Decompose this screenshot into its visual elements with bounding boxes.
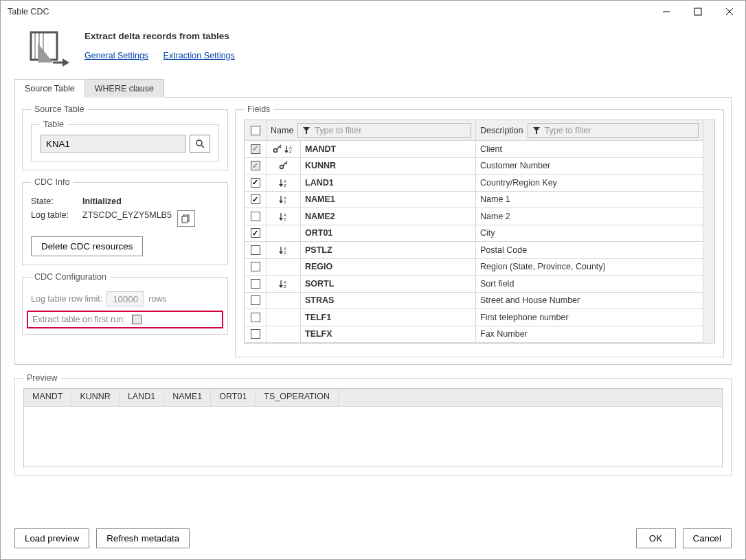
field-icons [267,158,301,175]
cdc-config-fieldset: CDC Configuration Log table row limit: r… [22,272,228,335]
field-row[interactable]: ORT01City [245,225,703,243]
filter-icon [302,126,310,135]
scrollbar[interactable] [703,120,714,343]
copy-icon [181,214,190,223]
ok-button[interactable]: OK [636,528,676,548]
svg-marker-32 [279,201,283,203]
preview-column[interactable]: MANDT [24,389,71,406]
search-button[interactable] [190,135,210,153]
extract-first-checkbox[interactable] [132,315,142,324]
svg-marker-40 [279,251,283,254]
cdc-config-legend: CDC Configuration [31,272,110,282]
field-row[interactable]: AZNAME1Name 1 [245,192,703,209]
field-icons [267,225,301,242]
svg-text:Z: Z [284,217,286,221]
sort-icon: AZ [278,279,289,289]
select-all-checkbox[interactable] [251,126,260,135]
tab-where-clause[interactable]: WHERE clause [84,79,164,98]
field-checkbox[interactable] [251,194,260,204]
close-button[interactable] [714,1,745,23]
field-name: NAME1 [301,192,476,208]
field-checkbox[interactable] [251,262,260,271]
field-name: TELF1 [301,309,476,326]
field-desc: Fax Number [476,326,703,343]
link-general-settings[interactable]: General Settings [84,51,148,60]
svg-marker-44 [279,285,283,288]
svg-line-26 [286,163,287,164]
minimize-button[interactable] [651,1,682,23]
header-title: Extract delta records from tables [84,31,247,41]
name-filter-placeholder: Type to filter [315,126,361,135]
field-checkbox[interactable] [251,228,260,238]
field-checkbox[interactable] [251,212,260,221]
field-row[interactable]: AZSORTLSort field [245,276,703,293]
svg-line-12 [201,145,204,148]
svg-marker-21 [284,150,289,153]
source-table-fieldset: Source Table Table [22,104,228,170]
field-desc: First telephone number [476,309,703,326]
preview-column[interactable]: KUNNR [71,389,119,406]
table-name-input[interactable] [40,135,186,153]
window-title: Table CDC [8,7,651,16]
preview-legend: Preview [23,373,60,383]
field-checkbox[interactable] [251,178,260,188]
field-checkbox[interactable] [251,329,260,339]
field-row[interactable]: KUNNRCustomer Number [245,158,703,175]
load-preview-button[interactable]: Load preview [14,528,89,548]
preview-column[interactable]: NAME1 [164,389,211,406]
svg-marker-10 [63,58,69,67]
svg-text:Z: Z [284,200,286,204]
field-icons: AZ [267,208,301,225]
field-checkbox[interactable] [251,161,260,170]
fields-fieldset: Fields Name Type to filter [235,104,724,357]
svg-text:Z: Z [284,284,286,289]
field-desc: City [476,225,703,242]
titlebar: Table CDC [1,1,745,23]
field-row[interactable]: REGIORegion (State, Province, County) [245,259,703,276]
field-row[interactable]: AZPSTLZPostal Code [245,242,703,259]
name-filter-input[interactable]: Type to filter [297,123,471,138]
field-row[interactable]: AZLAND1Country/Region Key [245,175,703,192]
source-table-legend: Source Table [31,104,88,114]
field-checkbox[interactable] [251,144,260,154]
svg-text:Z: Z [289,150,292,154]
preview-column[interactable]: ORT01 [211,389,256,406]
svg-marker-28 [279,184,283,187]
field-row[interactable]: TELF1First telephone number [245,309,703,326]
field-checkbox[interactable] [251,313,260,322]
delete-cdc-button[interactable]: Delete CDC resources [31,236,143,256]
preview-column[interactable]: TS_OPERATION [256,389,339,406]
field-checkbox[interactable] [251,295,260,305]
search-icon [195,139,205,148]
svg-marker-8 [38,43,53,63]
tab-source-table[interactable]: Source Table [14,79,85,98]
sort-icon: AZ [284,144,295,154]
field-row[interactable]: AZMANDTClient [245,141,703,158]
link-extraction-settings[interactable]: Extraction Settings [163,51,235,60]
extract-icon [28,30,71,68]
sort-icon: AZ [278,212,289,221]
field-checkbox[interactable] [251,279,260,289]
field-row[interactable]: STRASStreet and House Number [245,293,703,310]
field-desc: Postal Code [476,242,703,258]
preview-column[interactable]: LAND1 [120,389,164,406]
row-limit-unit: rows [148,294,166,304]
key-icon [273,144,282,154]
field-icons [267,309,301,326]
refresh-metadata-button[interactable]: Refresh metadata [96,528,190,548]
field-name: TELFX [301,326,476,343]
field-checkbox[interactable] [251,245,260,255]
sort-icon: AZ [278,194,289,204]
field-icons [267,326,301,343]
maximize-button[interactable] [682,1,714,23]
copy-button[interactable] [177,210,195,227]
field-name: NAME2 [301,208,476,225]
field-row[interactable]: AZNAME2Name 2 [245,208,703,225]
row-limit-input[interactable] [106,291,144,306]
table-fieldset: Table [31,120,219,161]
filter-icon [532,126,541,135]
field-row[interactable]: TELFXFax Number [245,326,703,344]
fields-legend: Fields [244,104,273,114]
cancel-button[interactable]: Cancel [683,528,732,548]
desc-filter-input[interactable]: Type to filter [528,123,699,138]
